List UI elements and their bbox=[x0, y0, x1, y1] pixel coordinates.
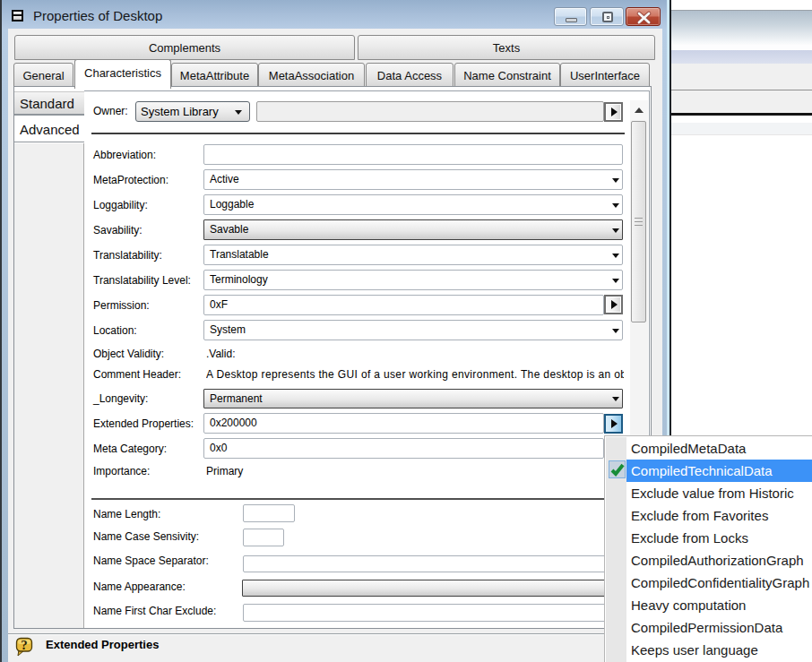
svg-text:?: ? bbox=[21, 638, 28, 652]
